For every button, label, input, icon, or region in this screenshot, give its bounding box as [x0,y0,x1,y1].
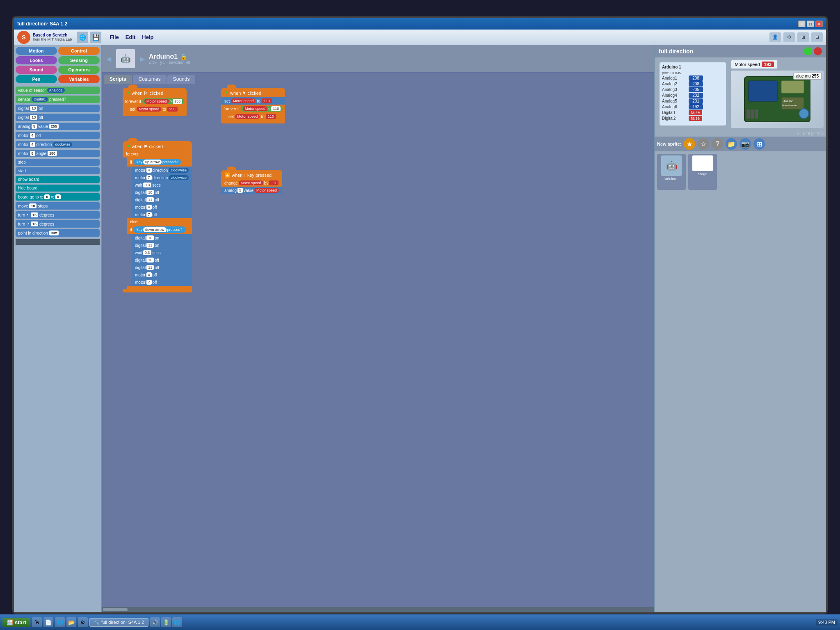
monitor-row-analog6: Analog6 192 [662,104,724,110]
script-scroll[interactable] [102,607,654,612]
grid-icon[interactable]: ⊞ [797,32,809,42]
stage-thumb-preview [692,155,713,171]
monitor-area: Arduino 1 port: COM5 Analog1 208 Analog2 [655,57,826,130]
analog-motor-speed: analog 5 value Motor speed [221,187,282,194]
paint-sprite-button[interactable]: ★ [684,138,695,150]
palette-analog-value[interactable]: analog 5 value 255 [16,123,100,130]
script-group-1: ⚑ when 🏳 clicked forever if Motor speed … [123,88,187,116]
settings-icon[interactable]: ⚙ [783,32,795,42]
tab-scripts[interactable]: Scripts [104,75,132,84]
palette-board-goto[interactable]: board go to x: 0 y: 0 [16,193,100,201]
script-area: ◀ 🤖 ▶ Arduino1 🔒 x 19 y 3 direction 90 [102,45,654,612]
palette-move-steps[interactable]: move 10 steps [16,202,100,210]
tab-costumes[interactable]: Costumes [133,75,167,84]
taskbar-icon-5[interactable]: ⚙ [78,617,88,627]
palette-value-sensor[interactable]: value of sensor Analog1 [16,87,100,94]
palette-point-direction[interactable]: point in direction 90▾ [16,229,100,237]
stage-header: full direction [655,45,826,57]
sys-icon-3[interactable]: 🌐 [172,617,182,627]
hat-block-3: ⚑ when ⚑ clicked [123,141,192,151]
save-icon[interactable]: 💾 [90,32,101,43]
globe-icon[interactable]: 🌐 [77,32,88,43]
palette-turn-cw[interactable]: turn ↻ 15 degrees [16,211,100,219]
category-variables[interactable]: Variables [58,75,100,83]
tab-sounds[interactable]: Sounds [167,75,196,84]
menu-items: File Edit Help [110,34,153,40]
camera-sprite-button[interactable]: 📷 [740,138,751,150]
palette-digital-on[interactable]: digital 13 on [16,105,100,112]
flag-icon-1: ⚑ [126,90,130,96]
palette-motor-direction[interactable]: motor 4 direction dockwise [16,141,100,148]
category-sound[interactable]: Sound [16,66,57,74]
logo-line1: Based on Scratch [33,33,72,37]
dig10-off-2: digital 10 off [132,256,192,264]
taskbar-icon-2[interactable]: 📄 [43,617,53,627]
arduino-sprite-icon: 🤖 [661,155,682,176]
app-icon-small: 🔧 [94,620,100,625]
close-button[interactable]: ✕ [815,21,823,27]
forever-if-lt-110: forever if Motor speed < 110 [221,105,285,113]
script-group-3: ⚑ when ⚑ clicked forever if key [123,141,192,292]
palette-stop[interactable]: stop [16,159,100,166]
taskbar-app-button[interactable]: 🔧 full direction- S4A 1.2 [89,618,148,627]
sys-icon-1[interactable]: 🔊 [150,617,160,627]
random-sprite-button[interactable]: ☆ [698,138,709,150]
palette-start[interactable]: start [16,167,100,174]
person-icon[interactable]: 👤 [769,32,781,42]
stage-title: full direction [659,48,693,55]
restore-button[interactable]: □ [807,21,814,27]
sprite-thumb-arduino[interactable]: 🤖 Arduino... [657,154,686,190]
monitor-row-digital1: Digital1 false [662,110,724,115]
palette-digital-off[interactable]: digital 13 off [16,114,100,121]
run-button[interactable] [804,47,812,55]
motor4-off-1: motor 4 off [132,203,192,211]
arduino-image-area: Arduino Duemilanove alue mu 255 [731,71,824,128]
else-label: else [127,218,192,225]
arduino-board-svg: Arduino Duemilanove [740,73,814,126]
edit-menu[interactable]: Edit [126,34,136,40]
app-body: S Based on Scratch from the MIT Media La… [14,30,826,612]
category-control[interactable]: Control [58,47,100,55]
stop-button[interactable] [814,47,822,55]
taskbar-icon-1[interactable]: 🖱 [32,617,42,627]
condition-speed-255: Motor speed > 255 [142,98,184,104]
if-up-arrow: if key up arrow pressed? [127,158,192,167]
stage-preview: Motor speed 193 Arduino [731,60,824,128]
palette-motor-off[interactable]: motor 4 off [16,132,100,139]
import-sprite-button[interactable]: 📁 [726,138,737,150]
file-menu[interactable]: File [110,34,119,40]
help-menu[interactable]: Help [142,34,153,40]
category-sensing[interactable]: Sensing [58,56,100,64]
start-label: start [15,619,26,625]
layout-icon[interactable]: ⊟ [811,32,823,42]
start-button[interactable]: 🪟 start [2,618,30,627]
svg-rect-1 [749,81,777,101]
motor-speed-value: 193 [762,62,774,67]
palette-motor-angle[interactable]: motor 8 angle 180 [16,150,100,157]
taskbar-icon-4[interactable]: 📂 [66,617,76,627]
palette-show-board[interactable]: show board [16,176,100,183]
category-looks[interactable]: Looks [16,56,57,64]
palette-turn-ccw[interactable]: turn ↺ 15 degrees [16,220,100,228]
stage-thumb-item[interactable]: Stage [688,154,717,190]
category-motion[interactable]: Motion [16,47,57,55]
svg-rect-3 [781,97,804,110]
palette-sensor-digital[interactable]: sensor Digital1 pressed? [16,96,100,103]
sprite-prev[interactable]: ◀ [106,55,111,63]
script-group-4: 🔼 when ↑ key pressed change Motor speed … [221,170,282,194]
palette-hscroll[interactable] [16,239,100,245]
monitor-row-analog5: Analog5 201 [662,98,724,104]
svg-rect-6 [746,110,750,119]
main-content: Motion Control Looks Sensing Sound Opera… [14,45,826,612]
minimize-button[interactable]: − [798,21,806,27]
extra-sprite-button[interactable]: ⊞ [753,138,765,150]
taskbar-icon-3[interactable]: 🌐 [55,617,65,627]
category-operators[interactable]: Operators [58,66,100,74]
sys-icon-2[interactable]: 🔋 [161,617,171,627]
sprite-next[interactable]: ▶ [140,55,145,63]
scratch-logo: S [17,31,30,44]
help-sprite-button[interactable]: ? [712,138,723,150]
category-pen[interactable]: Pen [16,75,57,83]
block-end-2 [221,120,285,123]
palette-hide-board[interactable]: hide board [16,185,100,192]
